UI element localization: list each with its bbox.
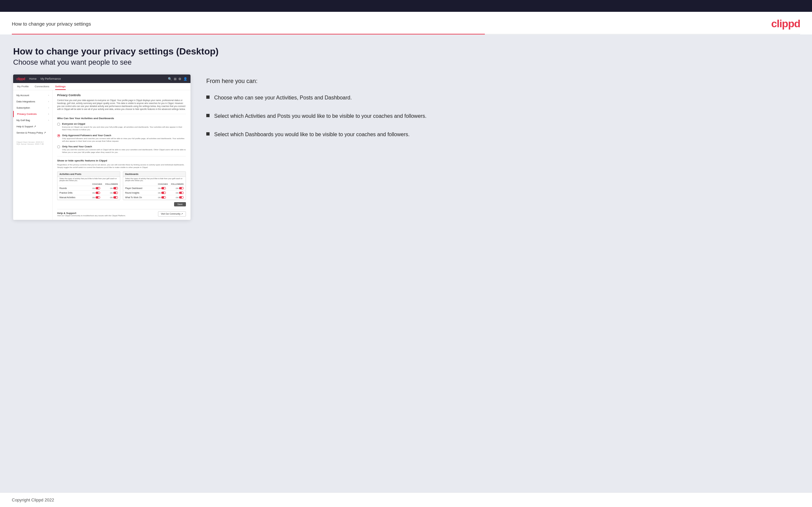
mock-radio-everyone[interactable]: Everyone on Clippd Everyone on Clippd ca… bbox=[57, 122, 186, 131]
page-heading: How to change your privacy settings (Des… bbox=[13, 46, 799, 57]
mock-subnav-settings[interactable]: Settings bbox=[55, 85, 66, 90]
mock-option-only-you-title: Only You and Your Coach bbox=[62, 145, 186, 148]
mock-activities-desc: Select the types of activity that you'd … bbox=[57, 177, 120, 182]
mock-privacy-title: Privacy Controls bbox=[57, 94, 186, 97]
mock-sidebar: My Account› Data Integrations› Subscript… bbox=[13, 90, 53, 220]
bullet-item-1: Choose who can see your Activities, Post… bbox=[206, 94, 799, 102]
bullet-item-3: Select which Dashboards you would like t… bbox=[206, 130, 799, 138]
mock-show-desc: Regardless of the privacy controls that … bbox=[57, 163, 186, 169]
mock-subnav: My Profile Connections Settings bbox=[13, 83, 191, 90]
page-subheading: Choose what you want people to see bbox=[13, 58, 799, 67]
mock-body: My Account› Data Integrations› Subscript… bbox=[13, 90, 191, 220]
bullet-square-3 bbox=[206, 132, 210, 135]
mock-activity-row-rounds: Rounds ON ON bbox=[57, 186, 120, 191]
top-bar bbox=[0, 0, 812, 12]
user-icon: 👤 bbox=[183, 77, 187, 81]
mock-toggle-workOn-coaches[interactable]: ON bbox=[149, 196, 166, 199]
mock-privacy-desc: Control how you and your data appears to… bbox=[57, 99, 186, 111]
mock-show-title: Show or hide specific features in Clippd bbox=[57, 156, 186, 162]
mock-nav: clippd Home My Performance 🔍 ⊞ ⚙ 👤 bbox=[13, 74, 191, 83]
mock-sidebar-help[interactable]: Help & Support ↗ bbox=[13, 123, 52, 130]
mock-save-button[interactable]: Save bbox=[174, 202, 186, 207]
mock-dashboard-row-insights: Round Insights ON ON bbox=[123, 191, 186, 195]
mock-content-area: Privacy Controls Control how you and you… bbox=[53, 90, 191, 220]
mock-toggle-drills-coaches[interactable]: ON bbox=[84, 192, 100, 194]
mock-dashboard-row-player: Player Dashboard ON ON bbox=[123, 186, 186, 191]
mock-activity-row-manual: Manual Activities ON ON bbox=[57, 195, 120, 200]
mock-sidebar-version: Clippd Client Version: 2022.8.2SQL Serve… bbox=[13, 138, 52, 148]
mock-logo: clippd bbox=[16, 77, 25, 81]
mock-toggle-rounds-followers[interactable]: ON bbox=[101, 187, 118, 189]
mock-option-only-you-desc: Only you and the coaches you connect wit… bbox=[62, 148, 186, 154]
mock-toggle-insights-coaches[interactable]: ON bbox=[149, 192, 166, 194]
mock-sidebar-account[interactable]: My Account› bbox=[13, 92, 52, 99]
mock-visit-community-button[interactable]: Visit Our Community ↗ bbox=[158, 211, 186, 217]
mock-sidebar-data-integrations[interactable]: Data Integrations› bbox=[13, 99, 52, 105]
mock-who-title: Who Can See Your Activities and Dashboar… bbox=[57, 114, 186, 120]
mock-toggle-rounds-coaches[interactable]: ON bbox=[84, 187, 100, 189]
mock-option-approved-desc: Only approved followers and coaches you … bbox=[62, 137, 186, 143]
mock-activity-row-drills: Practice Drills ON ON bbox=[57, 191, 120, 195]
mock-dashboards-desc: Select the types of activity that you'd … bbox=[123, 177, 186, 182]
footer: Copyright Clippd 2022 bbox=[0, 493, 812, 507]
mock-option-approved-title: Only Approved Followers and Your Coach bbox=[62, 134, 186, 137]
bullets-panel: From here you can: Choose who can see yo… bbox=[206, 74, 799, 149]
bullet-text-3: Select which Dashboards you would like t… bbox=[214, 130, 410, 138]
mock-dashboards-subheader: COACHESFOLLOWERS bbox=[123, 182, 186, 186]
bullet-text-1: Choose who can see your Activities, Post… bbox=[214, 94, 352, 102]
bullet-square-2 bbox=[206, 114, 210, 117]
grid-icon: ⊞ bbox=[174, 77, 176, 81]
mock-toggle-manual-coaches[interactable]: ON bbox=[84, 196, 100, 199]
header-title: How to change your privacy settings bbox=[12, 21, 91, 26]
mock-sidebar-subscription[interactable]: Subscription› bbox=[13, 105, 52, 111]
bullet-text-2: Select which Activities and Posts you wo… bbox=[214, 112, 427, 120]
mock-option-everyone-title: Everyone on Clippd bbox=[62, 122, 186, 125]
mock-subnav-myprofile[interactable]: My Profile bbox=[17, 85, 29, 90]
mock-toggle-manual-followers[interactable]: ON bbox=[101, 196, 118, 199]
mock-help-title: Help & Support bbox=[57, 212, 126, 215]
mock-radio-only-you[interactable]: Only You and Your Coach Only you and the… bbox=[57, 145, 186, 154]
mock-toggle-insights-followers[interactable]: ON bbox=[167, 192, 184, 194]
mock-sidebar-privacy[interactable]: Privacy Controls› bbox=[13, 111, 52, 117]
mock-radio-circle-approved[interactable] bbox=[57, 134, 60, 137]
mock-help-desc: Visit our Clippd community to troublesho… bbox=[57, 215, 126, 217]
mock-option-everyone-desc: Everyone on Clippd can search for you an… bbox=[62, 126, 186, 131]
content-row: clippd Home My Performance 🔍 ⊞ ⚙ 👤 My Pr… bbox=[13, 74, 799, 220]
main-content: How to change your privacy settings (Des… bbox=[0, 35, 812, 493]
settings-icon: ⚙ bbox=[179, 77, 181, 81]
search-icon: 🔍 bbox=[168, 77, 172, 81]
mock-activities-table: Activities and Posts Select the types of… bbox=[57, 171, 120, 200]
header: How to change your privacy settings clip… bbox=[0, 12, 812, 34]
mock-toggle-player-coaches[interactable]: ON bbox=[149, 187, 166, 189]
mock-save-row: Save bbox=[57, 200, 186, 208]
mock-dashboard-row-workOn: What To Work On ON ON bbox=[123, 195, 186, 200]
bullet-item-2: Select which Activities and Posts you wo… bbox=[206, 112, 799, 120]
mock-nav-home: Home bbox=[29, 77, 37, 80]
mock-nav-performance: My Performance bbox=[40, 77, 61, 80]
mock-sidebar-service[interactable]: Service & Privacy Policy ↗ bbox=[13, 130, 52, 136]
mock-nav-icons: 🔍 ⊞ ⚙ 👤 bbox=[168, 77, 187, 81]
mock-radio-circle-only-you[interactable] bbox=[57, 146, 60, 148]
footer-copyright: Copyright Clippd 2022 bbox=[12, 498, 54, 502]
mock-tables: Activities and Posts Select the types of… bbox=[57, 171, 186, 200]
mock-toggle-drills-followers[interactable]: ON bbox=[101, 192, 118, 194]
mock-radio-circle-everyone[interactable] bbox=[57, 123, 60, 126]
mock-toggle-player-followers[interactable]: ON bbox=[167, 187, 184, 189]
mock-sidebar-golf-bag[interactable]: My Golf Bag› bbox=[13, 117, 52, 123]
mock-activities-header: Activities and Posts bbox=[57, 172, 120, 177]
mock-help-section: Help & Support Visit our Clippd communit… bbox=[57, 209, 186, 217]
screenshot-mockup: clippd Home My Performance 🔍 ⊞ ⚙ 👤 My Pr… bbox=[13, 74, 191, 220]
mock-dashboards-table: Dashboards Select the types of activity … bbox=[123, 171, 186, 200]
bullets-intro: From here you can: bbox=[206, 78, 799, 84]
mock-dashboards-header: Dashboards bbox=[123, 172, 186, 177]
mock-activities-subheader: COACHESFOLLOWERS bbox=[57, 182, 120, 186]
logo: clippd bbox=[771, 18, 800, 30]
bullet-square-1 bbox=[206, 96, 210, 99]
mock-subnav-connections[interactable]: Connections bbox=[35, 85, 49, 90]
mock-toggle-workOn-followers[interactable]: ON bbox=[167, 196, 184, 199]
mock-radio-approved[interactable]: Only Approved Followers and Your Coach O… bbox=[57, 134, 186, 143]
